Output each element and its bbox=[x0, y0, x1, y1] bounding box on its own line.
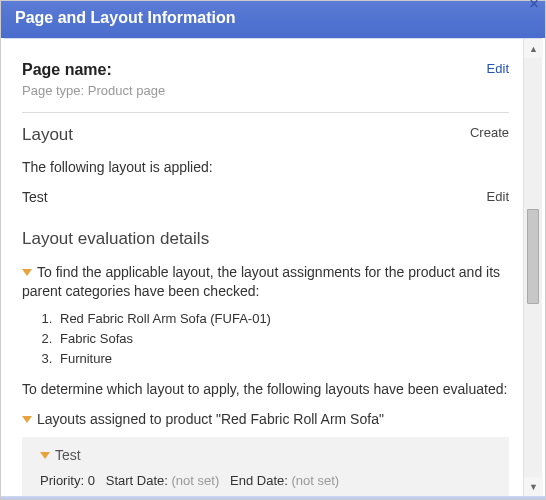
dialog-body: Page name: Page type: Product page Edit … bbox=[4, 38, 542, 496]
dialog-title: Page and Layout Information bbox=[15, 9, 235, 26]
scrollbar-thumb[interactable] bbox=[527, 209, 539, 304]
create-layout-link[interactable]: Create bbox=[470, 125, 509, 140]
scroll-down-button[interactable]: ▼ bbox=[524, 477, 543, 496]
evaluation-heading: Layout evaluation details bbox=[22, 229, 509, 249]
evaluation-intro-row: To find the applicable layout, the layou… bbox=[22, 263, 509, 301]
applied-layout-name: Test bbox=[22, 189, 48, 205]
page-section-header: Page name: Page type: Product page Edit bbox=[22, 61, 509, 98]
assigned-layouts-row: Layouts assigned to product "Red Fabric … bbox=[22, 411, 509, 427]
dialog-titlebar: Page and Layout Information ✕ bbox=[1, 1, 545, 38]
edit-layout-link[interactable]: Edit bbox=[487, 189, 509, 205]
divider bbox=[22, 112, 509, 113]
disclosure-triangle-icon[interactable] bbox=[22, 269, 32, 276]
disclosure-triangle-icon[interactable] bbox=[40, 452, 50, 459]
checked-categories-list: Red Fabric Roll Arm Sofa (FUFA-01) Fabri… bbox=[56, 309, 509, 369]
list-item: Fabric Sofas bbox=[56, 329, 509, 349]
priority-label: Priority: bbox=[40, 473, 84, 488]
start-date-label: Start Date: bbox=[106, 473, 168, 488]
close-icon[interactable]: ✕ bbox=[529, 0, 539, 11]
evaluation-intro-text: To find the applicable layout, the layou… bbox=[22, 264, 500, 299]
layout-heading: Layout bbox=[22, 125, 73, 145]
scroll-viewport: Page name: Page type: Product page Edit … bbox=[4, 39, 523, 496]
start-date-value: (not set) bbox=[172, 473, 220, 488]
edit-page-link[interactable]: Edit bbox=[487, 61, 509, 76]
layout-detail-box: Test Priority: 0 Start Date: (not set) E… bbox=[22, 437, 509, 496]
dialog-footer-bar bbox=[1, 496, 545, 499]
applied-layout-row: Test Edit bbox=[22, 189, 509, 205]
layout-detail-name: Test bbox=[55, 447, 81, 463]
priority-value: 0 bbox=[88, 473, 95, 488]
layout-section-header: Layout Create bbox=[22, 125, 509, 145]
assigned-layouts-text: Layouts assigned to product "Red Fabric … bbox=[37, 411, 384, 427]
page-name-block: Page name: Page type: Product page bbox=[22, 61, 165, 98]
page-name-label: Page name: bbox=[22, 61, 165, 79]
layout-detail-name-row: Test bbox=[40, 447, 495, 463]
scroll-up-button[interactable]: ▲ bbox=[524, 39, 543, 58]
content-area: Page name: Page type: Product page Edit … bbox=[4, 61, 523, 496]
list-item: Red Fabric Roll Arm Sofa (FUFA-01) bbox=[56, 309, 509, 329]
dialog-window: Page and Layout Information ✕ Page name:… bbox=[0, 0, 546, 500]
end-date-value: (not set) bbox=[292, 473, 340, 488]
end-date-label: End Date: bbox=[230, 473, 288, 488]
list-item: Furniture bbox=[56, 349, 509, 369]
page-type-line: Page type: Product page bbox=[22, 83, 165, 98]
disclosure-triangle-icon[interactable] bbox=[22, 416, 32, 423]
page-type-value: Product page bbox=[88, 83, 165, 98]
determine-text: To determine which layout to apply, the … bbox=[22, 381, 509, 397]
layout-detail-meta: Priority: 0 Start Date: (not set) End Da… bbox=[40, 473, 495, 488]
vertical-scrollbar[interactable]: ▲ ▼ bbox=[523, 39, 542, 496]
page-type-label: Page type: bbox=[22, 83, 84, 98]
applied-layout-text: The following layout is applied: bbox=[22, 159, 509, 175]
